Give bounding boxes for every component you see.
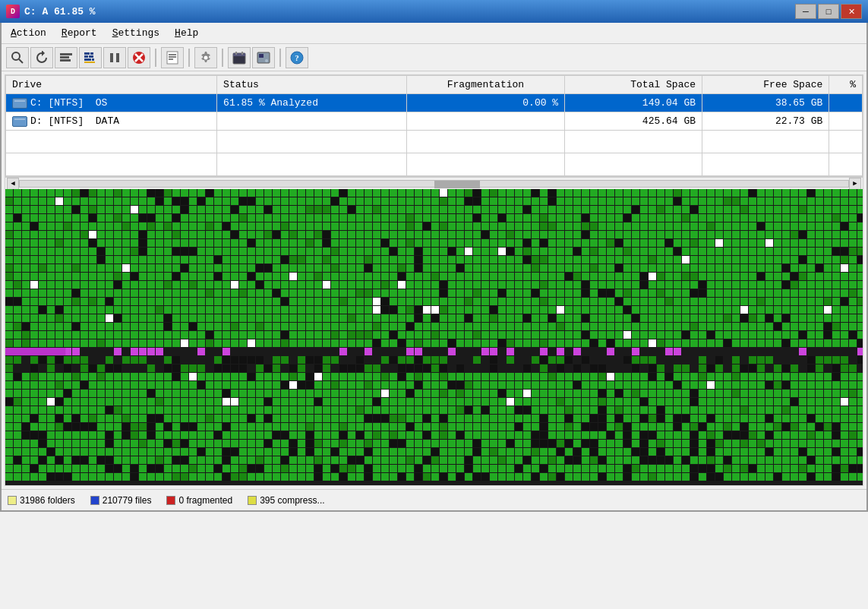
status-folders: 31986 folders bbox=[8, 495, 75, 506]
empty-cell bbox=[6, 153, 217, 176]
menu-bar: Action Report Settings Help bbox=[2, 23, 866, 44]
col-frag: Fragmentation bbox=[406, 76, 564, 94]
svg-rect-3 bbox=[60, 56, 69, 58]
settings-btn[interactable] bbox=[194, 47, 217, 68]
drive-icon-d bbox=[12, 116, 27, 127]
defrag-all-btn[interactable] bbox=[55, 47, 77, 68]
drive-frag-c: 0.00 % bbox=[406, 94, 564, 112]
app-icon: D bbox=[6, 5, 20, 18]
fragmentation-map bbox=[5, 189, 863, 485]
drive-status-d bbox=[217, 112, 407, 131]
title-controls: ─ □ ✕ bbox=[795, 4, 862, 19]
svg-rect-12 bbox=[110, 53, 113, 62]
empty-cell bbox=[565, 153, 702, 176]
title-bar: D C: A 61.85 % ─ □ ✕ bbox=[0, 0, 868, 23]
stop-btn[interactable] bbox=[128, 47, 150, 68]
report-btn[interactable] bbox=[161, 47, 184, 68]
drive-name-d: D: [NTFS] DATA bbox=[6, 112, 217, 131]
drive-pct-d bbox=[829, 112, 863, 131]
drive-free-d: 22.73 GB bbox=[702, 112, 829, 131]
close-button[interactable]: ✕ bbox=[841, 4, 862, 19]
compressed-legend-box bbox=[248, 496, 257, 505]
scroll-right-arrow[interactable]: ▶ bbox=[849, 178, 861, 190]
minimize-button[interactable]: ─ bbox=[795, 4, 816, 19]
status-fragmented: 0 fragmented bbox=[166, 495, 232, 506]
help-btn[interactable]: ? bbox=[286, 47, 308, 68]
svg-rect-17 bbox=[167, 52, 178, 64]
separator-4 bbox=[279, 49, 281, 67]
svg-rect-9 bbox=[84, 58, 91, 61]
main-content: Drive Status Fragmentation Total Space F… bbox=[5, 74, 863, 486]
fragmented-count: 0 fragmented bbox=[178, 495, 232, 506]
drive-frag-d bbox=[406, 112, 564, 131]
empty-cell bbox=[829, 131, 863, 153]
menu-settings[interactable]: Settings bbox=[106, 25, 166, 41]
svg-text:?: ? bbox=[295, 53, 299, 62]
maximize-button[interactable]: □ bbox=[818, 4, 839, 19]
disk-btn[interactable] bbox=[252, 47, 275, 68]
empty-cell bbox=[702, 153, 829, 176]
col-status: Status bbox=[217, 76, 407, 94]
status-files: 210779 files bbox=[90, 495, 152, 506]
col-drive: Drive bbox=[6, 76, 217, 94]
menu-help[interactable]: Help bbox=[169, 25, 204, 41]
outer-container: Action Report Settings Help bbox=[0, 23, 868, 512]
schedule-btn[interactable] bbox=[228, 47, 251, 68]
empty-cell bbox=[702, 131, 829, 153]
refresh-btn[interactable] bbox=[30, 47, 53, 68]
table-row-empty-1 bbox=[6, 131, 863, 153]
separator-3 bbox=[222, 49, 223, 67]
drive-free-c: 38.65 GB bbox=[702, 94, 829, 112]
pause-btn[interactable] bbox=[103, 47, 126, 68]
svg-point-0 bbox=[12, 52, 20, 60]
defrag-sel-btn[interactable] bbox=[79, 47, 102, 68]
col-pct: % bbox=[829, 76, 863, 94]
empty-cell bbox=[406, 153, 564, 176]
status-bar: 31986 folders 210779 files 0 fragmented … bbox=[2, 489, 866, 510]
table-row[interactable]: D: [NTFS] DATA 425.64 GB 22.73 GB bbox=[6, 112, 863, 131]
svg-rect-2 bbox=[60, 53, 72, 55]
files-legend-box bbox=[90, 496, 99, 505]
drive-icon-c bbox=[12, 98, 27, 109]
empty-cell bbox=[565, 131, 702, 153]
svg-rect-13 bbox=[116, 53, 119, 62]
folders-count: 31986 folders bbox=[20, 495, 75, 506]
menu-report[interactable]: Report bbox=[55, 25, 103, 41]
frag-canvas bbox=[5, 189, 863, 485]
col-total: Total Space bbox=[565, 76, 702, 94]
files-count: 210779 files bbox=[103, 495, 152, 506]
drive-total-c: 149.04 GB bbox=[565, 94, 702, 112]
analyze-btn[interactable] bbox=[6, 47, 29, 68]
empty-cell bbox=[217, 153, 407, 176]
col-free: Free Space bbox=[702, 76, 829, 94]
drive-pct-c bbox=[829, 94, 863, 112]
table-row[interactable]: C: [NTFS] OS 61.85 % Analyzed 0.00 % 149… bbox=[6, 94, 863, 112]
title-bar-left: D C: A 61.85 % bbox=[6, 5, 96, 18]
folders-legend-box bbox=[8, 496, 17, 505]
svg-point-21 bbox=[204, 55, 208, 59]
fragmented-legend-box bbox=[166, 496, 175, 505]
svg-rect-8 bbox=[89, 55, 93, 58]
separator-2 bbox=[188, 49, 190, 67]
menu-action[interactable]: Action bbox=[5, 25, 52, 41]
scroll-thumb[interactable] bbox=[434, 181, 480, 188]
empty-cell bbox=[217, 131, 407, 153]
svg-point-28 bbox=[265, 59, 268, 62]
svg-rect-5 bbox=[84, 52, 90, 55]
drive-status-c: 61.85 % Analyzed bbox=[217, 94, 407, 112]
drive-total-d: 425.64 GB bbox=[565, 112, 702, 131]
compressed-count: 395 compress... bbox=[260, 495, 324, 506]
svg-rect-27 bbox=[259, 54, 264, 58]
drive-table-container: Drive Status Fragmentation Total Space F… bbox=[5, 75, 863, 177]
svg-rect-11 bbox=[84, 62, 95, 63]
svg-rect-4 bbox=[60, 59, 71, 62]
scroll-left-arrow[interactable]: ◀ bbox=[7, 178, 19, 190]
svg-rect-7 bbox=[84, 55, 88, 58]
empty-cell bbox=[6, 131, 217, 153]
scroll-track[interactable] bbox=[19, 180, 849, 188]
svg-rect-6 bbox=[90, 52, 93, 55]
table-body: C: [NTFS] OS 61.85 % Analyzed 0.00 % 149… bbox=[6, 94, 863, 176]
table-scrollbar[interactable]: ◀ ▶ bbox=[5, 177, 863, 189]
empty-cell bbox=[829, 153, 863, 176]
svg-rect-10 bbox=[92, 58, 94, 61]
